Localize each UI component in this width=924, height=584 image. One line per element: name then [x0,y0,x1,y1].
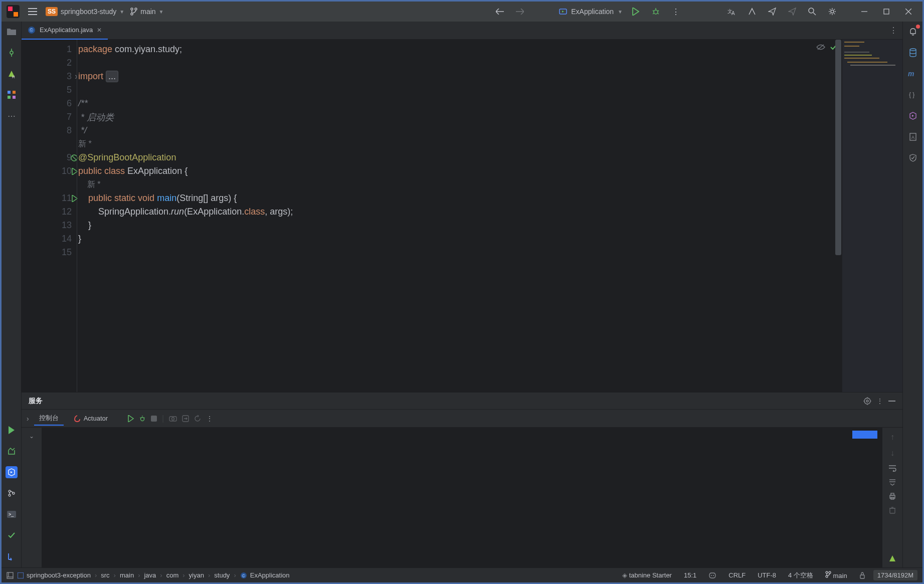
notification-dot [916,25,920,29]
center-column: © ExApplication.java ✕ ⋮ 1 2 3› 5 6 7 8 … [22,22,902,567]
translate-icon[interactable]: 文A [725,5,739,19]
vcs-branch-selector[interactable]: main ▼ [130,8,163,16]
git-tool-icon[interactable] [6,487,18,499]
file-encoding[interactable]: UTF-8 [754,571,780,579]
code-token: static [114,193,135,204]
debug-button[interactable] [649,5,663,19]
hide-icon[interactable] [888,401,895,402]
soft-wrap-icon[interactable] [888,465,896,472]
scroll-end-icon[interactable] [889,479,896,486]
commit-tool-icon[interactable] [6,47,18,59]
nav-back-button[interactable] [493,5,507,19]
camera-icon[interactable] [169,416,177,422]
code-area[interactable]: package com.yiyan.study; import ... /** … [77,40,842,392]
console-tab[interactable]: 控制台 [34,412,64,426]
reader-mode-icon[interactable] [816,44,825,51]
options-icon[interactable]: ⋮ [876,397,883,405]
project-tool-icon[interactable] [6,26,18,38]
debug-svc-icon[interactable] [139,415,146,422]
run-tool-icon[interactable] [6,424,18,436]
breadcrumb[interactable]: springboot3-exception [18,571,91,579]
collapse-icon[interactable]: ⌄ [29,433,34,440]
json-tool-icon[interactable]: { } [907,89,919,101]
svg-rect-30 [13,91,16,94]
fold-placeholder[interactable]: ... [106,71,118,82]
main-menu-button[interactable] [26,5,40,19]
minimap[interactable] [842,40,902,392]
breadcrumb[interactable]: com [166,571,179,579]
expand-icon[interactable]: › [27,415,29,423]
svg-rect-62 [169,417,176,421]
cursor-position[interactable]: 15:1 [680,571,700,579]
scrollbar-thumb[interactable] [835,40,841,255]
code-with-me-icon[interactable] [745,5,759,19]
window-maximize-button[interactable] [877,5,895,19]
import-icon[interactable] [182,415,189,422]
target-icon[interactable] [863,397,871,405]
run-button[interactable] [629,5,643,19]
project-selector[interactable]: SS springboot3-study ▼ [46,7,124,16]
services-tool-icon[interactable] [6,466,18,478]
structure-tool-icon[interactable] [6,89,18,101]
line-separator[interactable]: CRLF [724,571,750,579]
lock-icon[interactable] [855,572,869,579]
window-close-button[interactable] [899,5,917,19]
tool-windows-icon[interactable] [7,572,14,579]
terminal-tool-icon[interactable]: >_ [6,508,18,520]
jrebel-svc-icon[interactable] [888,554,896,562]
up-arrow-icon[interactable]: ↑ [890,433,894,442]
clear-icon[interactable] [889,507,895,514]
svg-line-19 [813,13,816,15]
bookmarks-icon[interactable]: A [907,131,919,143]
java-class-icon: © [28,26,36,34]
print-icon[interactable] [889,493,896,500]
reload-icon[interactable] [194,415,201,422]
code-token: public [88,193,112,204]
editor-tab[interactable]: © ExApplication.java ✕ [22,22,108,40]
spring-icon [74,415,81,422]
actuator-tab[interactable]: Actuator [69,413,113,424]
jrebel-tool-icon[interactable]: R [6,68,18,80]
memory-indicator[interactable]: 1734/8192M [873,570,917,580]
more-svc-icon[interactable]: ⋮ [206,415,213,423]
tab-options-icon[interactable]: ⋮ [889,26,897,35]
git-branch-status[interactable]: main [821,571,851,579]
send-icon[interactable] [765,5,779,19]
problems-tool-icon[interactable] [6,529,18,541]
send-icon-2[interactable] [785,5,799,19]
stop-icon[interactable] [151,416,157,422]
svg-rect-46 [844,55,872,56]
copilot-status-icon[interactable] [704,572,720,579]
services-body: ⌄ ↑ ↓ [22,428,902,567]
breadcrumb[interactable]: main [120,571,134,579]
build-tool-icon[interactable] [6,445,18,457]
breadcrumb[interactable]: yiyan [189,571,204,579]
tab-close-icon[interactable]: ✕ [97,27,102,34]
rerun-icon[interactable] [128,415,134,422]
search-button[interactable] [805,5,819,19]
breadcrumb[interactable]: src [101,571,109,579]
database-icon[interactable] [907,47,919,59]
more-tools-icon[interactable]: ⋯ [6,110,18,122]
indent-setting[interactable]: 4 个空格 [784,571,817,580]
breadcrumb[interactable]: study [214,571,230,579]
editor[interactable]: 1 2 3› 5 6 7 8 9 10 11 12 13 14 15 [22,40,902,392]
copilot-icon[interactable] [907,110,919,122]
settings-button[interactable] [825,5,839,19]
console-scroll-indicator [852,431,877,439]
console-output[interactable] [42,428,882,567]
window-minimize-button[interactable] [855,5,873,19]
nav-forward-button[interactable] [513,5,527,19]
vcs-tool-icon[interactable] [6,550,18,562]
maven-icon[interactable]: m [907,68,919,80]
more-actions-button[interactable]: ⋮ [669,5,683,19]
down-arrow-icon[interactable]: ↓ [890,449,894,458]
notifications-icon[interactable] [907,26,919,38]
run-config-selector[interactable]: ExApplication ▼ [559,8,623,16]
svg-point-57 [141,417,144,421]
breadcrumb[interactable]: java [144,571,156,579]
breadcrumb[interactable]: ©ExApplication [240,571,290,579]
shield-icon[interactable] [907,152,919,164]
svg-text:©: © [30,28,34,33]
tabnine-status[interactable]: ◈ tabnine Starter [618,571,676,579]
